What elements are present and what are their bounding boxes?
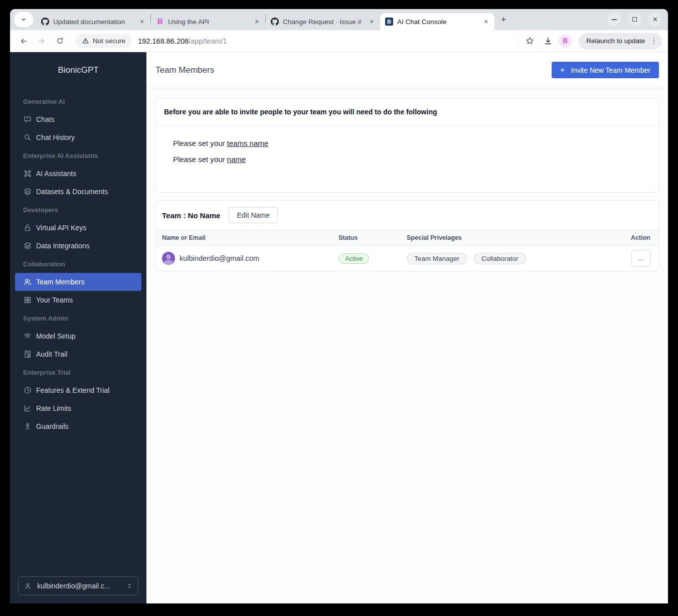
- sidebar-item-ai-assistants[interactable]: AI Assistants: [15, 165, 141, 183]
- minimize-button[interactable]: [607, 13, 621, 26]
- bionicgpt-extension-icon[interactable]: B: [559, 35, 572, 48]
- user-account-select[interactable]: kulbinderdio@gmail.c...: [18, 576, 138, 595]
- layers-icon: [23, 187, 32, 196]
- sidebar-item-features-extend-trial[interactable]: Features & Extend Trial: [15, 381, 141, 399]
- audit-document-icon: [23, 350, 32, 359]
- user-settings-icon: [23, 332, 32, 341]
- close-icon: ✕: [652, 16, 658, 23]
- close-window-button[interactable]: ✕: [648, 13, 662, 26]
- row-actions-button[interactable]: ...: [631, 250, 650, 267]
- tab-title: Using the API: [168, 18, 248, 26]
- sidebar-item-label: Your Teams: [36, 296, 73, 304]
- sidebar-item-chat-history[interactable]: Chat History: [15, 128, 141, 146]
- security-chip[interactable]: Not secure: [75, 34, 132, 48]
- close-icon[interactable]: ✕: [481, 17, 490, 26]
- notice-text: Please set your: [173, 139, 227, 147]
- tab-title: Updated documentation: [53, 18, 133, 26]
- sidebar-item-label: Features & Extend Trial: [36, 386, 109, 394]
- sidebar-item-label: Rate Limits: [36, 404, 71, 412]
- sidebar-item-data-integrations[interactable]: Data Integrations: [15, 237, 141, 255]
- main-content: Team Members + Invite New Team Member Be…: [146, 52, 668, 603]
- sidebar-nav: Generative AI ? Chats Chat History Enter…: [10, 88, 146, 568]
- page-header: Team Members + Invite New Team Member: [146, 52, 668, 88]
- sidebar-item-label: Data Integrations: [36, 242, 90, 250]
- invite-button-label: Invite New Team Member: [571, 66, 650, 74]
- svg-text:?: ?: [27, 117, 29, 120]
- sidebar-item-rate-limits[interactable]: Rate Limits: [15, 399, 141, 417]
- section-label-collaboration: Collaboration: [10, 255, 146, 273]
- sidebar-item-guardrails[interactable]: Guardrails: [15, 417, 141, 435]
- star-icon: [525, 36, 535, 46]
- sidebar-item-virtual-api-keys[interactable]: Virtual API Keys: [15, 219, 141, 237]
- relaunch-to-update-button[interactable]: Relaunch to update ⋮: [579, 33, 662, 49]
- back-button[interactable]: [16, 34, 31, 49]
- sidebar-item-label: Team Members: [36, 278, 84, 286]
- chat-icon: ?: [23, 115, 32, 124]
- lock-open-icon: [23, 223, 32, 232]
- member-email: kulbinderdio@gmail.com: [180, 254, 259, 262]
- layers-icon: [23, 241, 32, 250]
- maximize-icon: [632, 17, 637, 22]
- kebab-menu-icon[interactable]: ⋮: [650, 36, 658, 46]
- sidebar-item-label: Datasets & Documents: [36, 188, 108, 196]
- tab-change-request[interactable]: Change Request · Issue # ✕: [266, 13, 380, 30]
- relaunch-label: Relaunch to update: [586, 37, 645, 45]
- set-teams-name-link[interactable]: teams name: [227, 139, 269, 147]
- privilege-badge-collaborator: Collaborator: [474, 253, 526, 264]
- guardrail-icon: [23, 422, 32, 431]
- sidebar-item-model-setup[interactable]: Model Setup: [15, 327, 141, 345]
- sidebar-item-your-teams[interactable]: Your Teams: [15, 291, 141, 309]
- chevron-updown-icon: [126, 582, 133, 589]
- browser-window: Updated documentation ✕ B Using the API …: [10, 9, 668, 603]
- close-icon[interactable]: ✕: [367, 17, 376, 26]
- window-controls: ✕: [607, 13, 662, 26]
- sidebar-item-datasets-documents[interactable]: Datasets & Documents: [15, 183, 141, 201]
- bookmark-button[interactable]: [523, 34, 538, 49]
- notice-line: Please set your teams name: [173, 139, 650, 147]
- section-label-generative-ai: Generative AI: [10, 92, 146, 110]
- forward-button[interactable]: [34, 34, 49, 49]
- tab-search-button[interactable]: [14, 12, 33, 27]
- download-icon: [544, 37, 553, 46]
- table-row: kulbinderdio@gmail.com Active Team Manag…: [156, 246, 658, 271]
- sidebar-item-team-members[interactable]: Team Members: [15, 273, 141, 291]
- team-members-card: Team : No Name Edit Name Name or Email S…: [155, 200, 659, 271]
- maximize-button[interactable]: [628, 13, 641, 26]
- sidebar-item-audit-trail[interactable]: Audit Trail: [15, 345, 141, 363]
- user-email: kulbinderdio@gmail.c...: [37, 582, 121, 590]
- notice-text: Please set your: [173, 155, 227, 164]
- close-icon[interactable]: ✕: [137, 17, 146, 26]
- team-name-label: Team : No Name: [162, 211, 220, 220]
- reload-icon: [56, 37, 64, 45]
- github-icon: [271, 18, 279, 26]
- tab-using-the-api[interactable]: B Using the API ✕: [151, 13, 265, 30]
- section-label-enterprise-trial: Enterprise Trial: [10, 363, 146, 381]
- column-special-privelages: Special Privelages: [407, 234, 615, 241]
- chart-icon: [23, 404, 32, 413]
- close-icon[interactable]: ✕: [252, 17, 261, 26]
- sidebar-item-chats[interactable]: ? Chats: [15, 110, 141, 128]
- status-badge: Active: [338, 253, 369, 264]
- set-name-link[interactable]: name: [227, 155, 246, 164]
- edit-name-button[interactable]: Edit Name: [229, 207, 277, 223]
- tab-ai-chat-console[interactable]: B AI Chat Console ✕: [380, 13, 494, 30]
- sidebar-item-label: Chat History: [36, 133, 75, 141]
- downloads-button[interactable]: [541, 34, 556, 49]
- url-host: 192.168.86.208: [138, 37, 189, 45]
- tab-title: AI Chat Console: [397, 18, 477, 26]
- column-action: Action: [615, 234, 650, 241]
- new-tab-button[interactable]: +: [496, 13, 511, 27]
- plus-icon: +: [560, 66, 565, 74]
- user-icon: [24, 582, 32, 590]
- notice-line: Please set your name: [173, 155, 650, 164]
- setup-notice-card: Before you are able to invite people to …: [155, 98, 659, 193]
- grid-icon: [23, 295, 32, 304]
- address-bar[interactable]: Not secure 192.168.86.208/app/team/1: [73, 33, 517, 50]
- notice-header: Before you are able to invite people to …: [156, 99, 658, 125]
- column-status: Status: [338, 234, 407, 241]
- tab-updated-documentation[interactable]: Updated documentation ✕: [36, 13, 150, 30]
- invite-new-team-member-button[interactable]: + Invite New Team Member: [552, 62, 659, 78]
- sidebar-item-label: Audit Trail: [36, 350, 67, 358]
- reload-button[interactable]: [52, 34, 67, 49]
- sidebar: BionicGPT Generative AI ? Chats Chat His…: [10, 52, 146, 603]
